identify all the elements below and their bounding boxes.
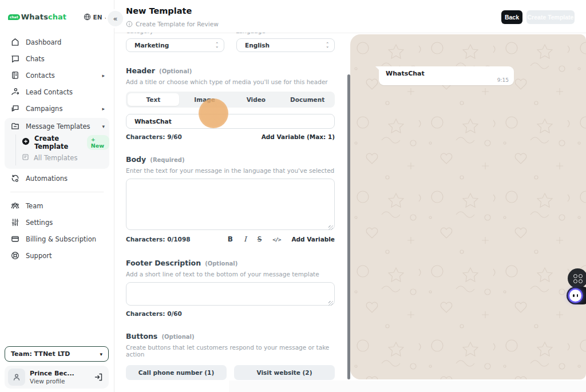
sidebar-item-label: Team [26,202,43,210]
sidebar-item-label: Contacts [26,72,55,80]
brand-name-chat: chat [48,13,66,21]
tab-video[interactable]: Video [231,93,282,106]
select-chevrons-icon: ⌃⌄ [326,43,329,48]
message-templates-group: Message Templates ▾ Create Template + Ne… [5,118,109,169]
folder-icon [10,122,19,131]
sidebar-item-label: Create Template [34,134,79,151]
sidebar-item-label: Dashboard [26,38,61,46]
caret-down-icon: ▾ [102,124,105,129]
language-code: EN [93,14,102,21]
globe-icon [84,13,91,21]
bold-button[interactable]: B [228,235,233,243]
create-template-button[interactable]: Create Template [526,10,575,24]
call-phone-number-button[interactable]: Call phone number (1) [126,365,227,380]
header-media-tabs: Text Image Video Document [126,92,335,108]
category-select[interactable]: Marketing ⌃⌄ [126,38,224,52]
visit-website-button[interactable]: Visit website (2) [234,365,335,380]
body-textarea[interactable] [126,179,335,230]
profile-card[interactable]: Prince Bec... View profile [5,366,109,389]
sidebar-item-all-templates[interactable]: All Templates [22,150,109,165]
footer-textarea[interactable] [126,282,335,306]
plus-circle-icon [22,137,30,147]
app-window: chat Whats chat EN ⌄ « Dashboard Chats C… [0,0,586,392]
chat-bubble-logo-icon: chat [8,14,20,20]
sidebar-divider [10,192,104,192]
credit-card-icon [10,235,19,244]
sidebar-item-billing[interactable]: Billing & Subscription [5,231,109,247]
sidebar-item-campaigns[interactable]: Campaigns ▸ [5,100,109,117]
page-subtitle: Create Template for Review [126,21,219,27]
command-dots-icon [573,279,577,283]
tab-document[interactable]: Document [282,93,333,106]
tab-text[interactable]: Text [128,93,179,106]
header-section-title: Header [126,66,155,75]
sidebar-collapse-button[interactable]: « [108,11,123,26]
profile-view-link: View profile [30,378,74,385]
select-chevrons-icon: ⌃⌄ [215,43,219,48]
header-char-counter: Characters: 9/60 [126,133,182,140]
language-selector[interactable]: EN ⌄ [84,13,108,21]
italic-button[interactable]: I [244,235,247,243]
brand-logo: chat Whats chat EN ⌄ « [0,0,114,29]
tab-image[interactable]: Image [179,93,231,106]
template-form: Category Language Marketing ⌃⌄ English ⌃… [126,33,335,381]
header-text-input[interactable] [126,114,335,129]
language-label: Language [236,33,266,34]
strikethrough-button[interactable]: S [258,235,262,243]
back-button[interactable]: Back [501,10,522,24]
automation-icon [10,174,19,183]
clipped-scrolled-labels: Category Language [126,33,335,35]
sidebar-item-label: Chats [26,55,45,63]
whatsapp-preview-pane: WhatsChat 9:15 [350,34,586,379]
sidebar-item-label: Billing & Subscription [26,235,96,243]
sidebar-item-lead-contacts[interactable]: Lead Contacts [5,84,109,100]
category-value: Marketing [134,42,169,49]
sidebar-item-label: Automations [26,175,68,183]
page-subtitle-text: Create Template for Review [136,21,219,27]
team-icon [10,201,19,211]
sidebar-item-message-templates[interactable]: Message Templates ▾ [5,118,109,134]
preview-header-text: WhatsChat [386,70,425,77]
command-dots-icon [579,274,583,278]
code-button[interactable]: </> [272,236,280,243]
language-select[interactable]: English ⌃⌄ [236,38,335,52]
bottom-spacer [229,381,586,392]
sidebar-item-contacts[interactable]: Contacts ▸ [5,67,109,84]
sliders-icon [10,218,19,227]
footer-char-counter: Characters: 0/60 [126,310,182,317]
body-add-variable-button[interactable]: Add Variable [291,236,335,243]
sidebar-item-create-template[interactable]: Create Template + New [22,134,109,150]
template-button-grid: Call phone number (1) Visit website (2) … [126,365,335,381]
chatbot-widget-button[interactable] [567,287,586,304]
body-section-title: Body [126,155,146,164]
profile-name: Prince Bec... [30,370,74,378]
info-icon [126,21,133,27]
sidebar-item-dashboard[interactable]: Dashboard [5,34,109,50]
logout-icon[interactable] [94,373,103,382]
sidebar-item-automations[interactable]: Automations [5,170,109,187]
keyboard-shortcuts-fab[interactable] [568,268,586,288]
caret-right-icon: ▸ [102,106,105,112]
sidebar-item-settings[interactable]: Settings [5,214,109,231]
sidebar-nav: Dashboard Chats Contacts ▸ Lead Contacts… [0,29,114,264]
preview-timestamp: 9:15 [497,77,509,83]
contacts-book-icon [10,71,19,80]
message-templates-sublist: Create Template + New All Templates [15,134,109,165]
category-label: Category [126,33,153,34]
sidebar-item-label: Campaigns [26,105,62,113]
chat-icon [10,54,19,64]
team-selector[interactable]: Team: TTNet LTD ▾ [5,346,109,362]
sidebar-item-support[interactable]: Support [5,247,109,264]
command-dots-icon [573,274,577,278]
lead-person-icon [10,88,19,97]
body-section-desc: Enter the text for your message in the l… [126,167,335,174]
sidebar-item-label: Message Templates [26,122,90,130]
sidebar-item-chats[interactable]: Chats [5,50,109,67]
sidebar: chat Whats chat EN ⌄ « Dashboard Chats C… [0,0,114,392]
sidebar-item-team[interactable]: Team [5,197,109,214]
header-section-tag: (Optional) [159,68,192,74]
header-add-variable-button[interactable]: Add Variable (Max: 1) [262,133,335,140]
team-selector-label: Team: TTNet LTD [11,350,70,358]
avatar [8,369,25,386]
sidebar-item-label: Lead Contacts [26,88,73,96]
